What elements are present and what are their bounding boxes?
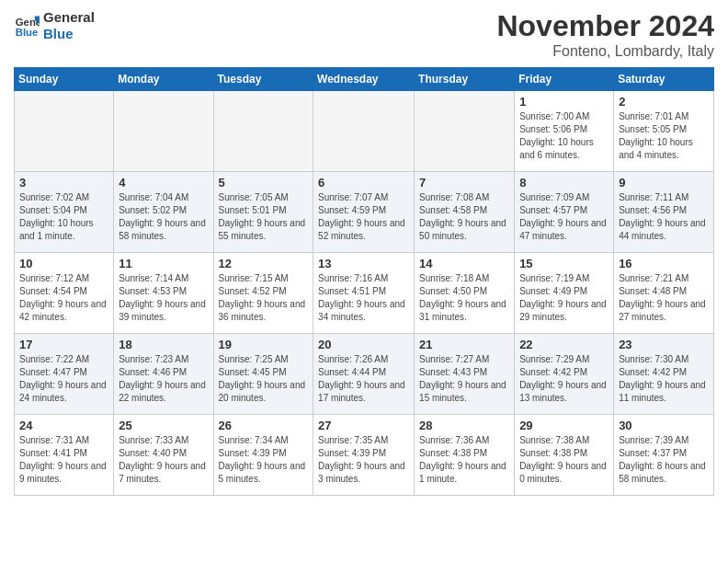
day-number: 29 bbox=[519, 419, 609, 432]
day-info: Sunrise: 7:01 AM Sunset: 5:05 PM Dayligh… bbox=[619, 110, 709, 162]
calendar-cell: 6Sunrise: 7:07 AM Sunset: 4:59 PM Daylig… bbox=[313, 172, 415, 253]
calendar-cell: 17Sunrise: 7:22 AM Sunset: 4:47 PM Dayli… bbox=[15, 334, 114, 415]
calendar-cell: 12Sunrise: 7:15 AM Sunset: 4:52 PM Dayli… bbox=[213, 253, 313, 334]
day-number: 20 bbox=[318, 338, 409, 351]
logo-text-general: General bbox=[43, 9, 95, 26]
day-info: Sunrise: 7:27 AM Sunset: 4:43 PM Dayligh… bbox=[419, 353, 509, 405]
day-info: Sunrise: 7:34 AM Sunset: 4:39 PM Dayligh… bbox=[219, 434, 309, 486]
logo-icon: General Blue bbox=[14, 13, 40, 39]
day-number: 6 bbox=[318, 176, 409, 190]
day-info: Sunrise: 7:23 AM Sunset: 4:46 PM Dayligh… bbox=[119, 353, 208, 405]
day-number: 3 bbox=[19, 176, 108, 190]
weekday-header-sunday: Sunday bbox=[15, 68, 114, 91]
day-number: 17 bbox=[19, 338, 108, 351]
day-info: Sunrise: 7:21 AM Sunset: 4:48 PM Dayligh… bbox=[619, 272, 709, 324]
calendar-cell bbox=[313, 91, 415, 172]
calendar-cell: 21Sunrise: 7:27 AM Sunset: 4:43 PM Dayli… bbox=[415, 334, 515, 415]
day-info: Sunrise: 7:08 AM Sunset: 4:58 PM Dayligh… bbox=[419, 191, 509, 243]
calendar-cell: 26Sunrise: 7:34 AM Sunset: 4:39 PM Dayli… bbox=[213, 415, 313, 496]
calendar-cell: 24Sunrise: 7:31 AM Sunset: 4:41 PM Dayli… bbox=[15, 415, 114, 496]
title-block: November 2024 Fonteno, Lombardy, Italy bbox=[496, 9, 714, 60]
weekday-header-saturday: Saturday bbox=[614, 68, 714, 91]
location: Fonteno, Lombardy, Italy bbox=[496, 43, 714, 60]
day-info: Sunrise: 7:11 AM Sunset: 4:56 PM Dayligh… bbox=[619, 191, 709, 243]
day-info: Sunrise: 7:07 AM Sunset: 4:59 PM Dayligh… bbox=[318, 191, 409, 243]
calendar-week-row: 1Sunrise: 7:00 AM Sunset: 5:06 PM Daylig… bbox=[15, 91, 714, 172]
day-info: Sunrise: 7:19 AM Sunset: 4:49 PM Dayligh… bbox=[519, 272, 609, 324]
calendar-cell bbox=[15, 91, 114, 172]
day-number: 24 bbox=[19, 419, 108, 432]
weekday-header-monday: Monday bbox=[114, 68, 213, 91]
calendar-cell: 3Sunrise: 7:02 AM Sunset: 5:04 PM Daylig… bbox=[15, 172, 114, 253]
day-number: 23 bbox=[619, 338, 709, 351]
calendar-cell: 8Sunrise: 7:09 AM Sunset: 4:57 PM Daylig… bbox=[515, 172, 614, 253]
logo-text-blue: Blue bbox=[43, 26, 95, 42]
calendar-cell bbox=[415, 91, 515, 172]
calendar-cell: 22Sunrise: 7:29 AM Sunset: 4:42 PM Dayli… bbox=[515, 334, 614, 415]
day-info: Sunrise: 7:00 AM Sunset: 5:06 PM Dayligh… bbox=[519, 110, 609, 162]
calendar-cell: 14Sunrise: 7:18 AM Sunset: 4:50 PM Dayli… bbox=[415, 253, 515, 334]
day-number: 11 bbox=[119, 257, 208, 270]
day-number: 4 bbox=[119, 176, 208, 190]
day-info: Sunrise: 7:38 AM Sunset: 4:38 PM Dayligh… bbox=[519, 434, 609, 486]
calendar-cell: 10Sunrise: 7:12 AM Sunset: 4:54 PM Dayli… bbox=[15, 253, 114, 334]
calendar-cell: 27Sunrise: 7:35 AM Sunset: 4:39 PM Dayli… bbox=[313, 415, 415, 496]
day-info: Sunrise: 7:04 AM Sunset: 5:02 PM Dayligh… bbox=[119, 191, 208, 243]
day-info: Sunrise: 7:26 AM Sunset: 4:44 PM Dayligh… bbox=[318, 353, 409, 405]
calendar-cell: 2Sunrise: 7:01 AM Sunset: 5:05 PM Daylig… bbox=[614, 91, 714, 172]
day-number: 28 bbox=[419, 419, 509, 432]
weekday-header-row: SundayMondayTuesdayWednesdayThursdayFrid… bbox=[15, 68, 714, 91]
day-number: 5 bbox=[219, 176, 309, 190]
calendar-cell bbox=[114, 91, 213, 172]
calendar-cell: 4Sunrise: 7:04 AM Sunset: 5:02 PM Daylig… bbox=[114, 172, 213, 253]
logo: General Blue General Blue bbox=[14, 9, 95, 42]
weekday-header-tuesday: Tuesday bbox=[213, 68, 313, 91]
calendar-cell: 7Sunrise: 7:08 AM Sunset: 4:58 PM Daylig… bbox=[415, 172, 515, 253]
calendar-cell: 5Sunrise: 7:05 AM Sunset: 5:01 PM Daylig… bbox=[213, 172, 313, 253]
calendar-cell: 16Sunrise: 7:21 AM Sunset: 4:48 PM Dayli… bbox=[614, 253, 714, 334]
day-number: 15 bbox=[519, 257, 609, 270]
calendar-cell: 28Sunrise: 7:36 AM Sunset: 4:38 PM Dayli… bbox=[415, 415, 515, 496]
day-info: Sunrise: 7:02 AM Sunset: 5:04 PM Dayligh… bbox=[19, 191, 108, 243]
day-number: 18 bbox=[119, 338, 208, 351]
day-number: 2 bbox=[619, 95, 709, 109]
calendar-week-row: 10Sunrise: 7:12 AM Sunset: 4:54 PM Dayli… bbox=[15, 253, 714, 334]
calendar-cell: 19Sunrise: 7:25 AM Sunset: 4:45 PM Dayli… bbox=[213, 334, 313, 415]
day-number: 10 bbox=[19, 257, 108, 270]
page-header: General Blue General Blue November 2024 … bbox=[14, 9, 714, 60]
calendar-cell: 11Sunrise: 7:14 AM Sunset: 4:53 PM Dayli… bbox=[114, 253, 213, 334]
day-number: 30 bbox=[619, 419, 709, 432]
day-info: Sunrise: 7:25 AM Sunset: 4:45 PM Dayligh… bbox=[219, 353, 309, 405]
calendar-cell: 20Sunrise: 7:26 AM Sunset: 4:44 PM Dayli… bbox=[313, 334, 415, 415]
day-number: 14 bbox=[419, 257, 509, 270]
svg-text:Blue: Blue bbox=[16, 27, 39, 38]
calendar-cell bbox=[213, 91, 313, 172]
day-info: Sunrise: 7:09 AM Sunset: 4:57 PM Dayligh… bbox=[519, 191, 609, 243]
day-info: Sunrise: 7:29 AM Sunset: 4:42 PM Dayligh… bbox=[519, 353, 609, 405]
calendar-week-row: 3Sunrise: 7:02 AM Sunset: 5:04 PM Daylig… bbox=[15, 172, 714, 253]
calendar-table: SundayMondayTuesdayWednesdayThursdayFrid… bbox=[14, 67, 714, 496]
day-info: Sunrise: 7:33 AM Sunset: 4:40 PM Dayligh… bbox=[119, 434, 208, 486]
day-number: 27 bbox=[318, 419, 409, 432]
calendar-cell: 13Sunrise: 7:16 AM Sunset: 4:51 PM Dayli… bbox=[313, 253, 415, 334]
calendar-cell: 18Sunrise: 7:23 AM Sunset: 4:46 PM Dayli… bbox=[114, 334, 213, 415]
day-number: 13 bbox=[318, 257, 409, 270]
day-number: 12 bbox=[219, 257, 309, 270]
calendar-cell: 23Sunrise: 7:30 AM Sunset: 4:42 PM Dayli… bbox=[614, 334, 714, 415]
day-number: 21 bbox=[419, 338, 509, 351]
day-number: 7 bbox=[419, 176, 509, 190]
day-number: 26 bbox=[219, 419, 309, 432]
day-number: 25 bbox=[119, 419, 208, 432]
day-info: Sunrise: 7:05 AM Sunset: 5:01 PM Dayligh… bbox=[219, 191, 309, 243]
day-info: Sunrise: 7:22 AM Sunset: 4:47 PM Dayligh… bbox=[19, 353, 108, 405]
calendar-week-row: 24Sunrise: 7:31 AM Sunset: 4:41 PM Dayli… bbox=[15, 415, 714, 496]
day-info: Sunrise: 7:12 AM Sunset: 4:54 PM Dayligh… bbox=[19, 272, 108, 324]
calendar-cell: 29Sunrise: 7:38 AM Sunset: 4:38 PM Dayli… bbox=[515, 415, 614, 496]
day-number: 8 bbox=[519, 176, 609, 190]
weekday-header-wednesday: Wednesday bbox=[313, 68, 415, 91]
day-info: Sunrise: 7:16 AM Sunset: 4:51 PM Dayligh… bbox=[318, 272, 409, 324]
day-number: 16 bbox=[619, 257, 709, 270]
calendar-cell: 9Sunrise: 7:11 AM Sunset: 4:56 PM Daylig… bbox=[614, 172, 714, 253]
day-info: Sunrise: 7:39 AM Sunset: 4:37 PM Dayligh… bbox=[619, 434, 709, 486]
day-number: 19 bbox=[219, 338, 309, 351]
